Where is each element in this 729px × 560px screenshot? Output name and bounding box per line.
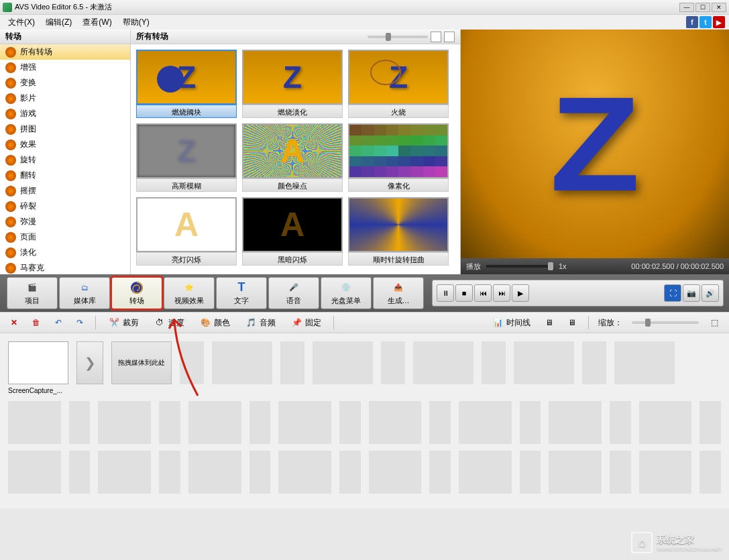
pin-icon: 📌	[290, 317, 302, 328]
menu-help[interactable]: 帮助(Y)	[119, 15, 154, 30]
thumb-label: 高斯模糊	[136, 178, 237, 192]
timeline-view-button[interactable]: 📊时间线	[489, 316, 533, 330]
scissors-icon: ✂️	[108, 317, 120, 328]
placeholder	[280, 341, 304, 384]
placeholder	[278, 401, 331, 444]
minimize-button[interactable]: —	[679, 3, 694, 12]
tab-disc[interactable]: 💿 光盘菜单	[321, 277, 372, 309]
maximize-button[interactable]: ☐	[695, 3, 710, 12]
category-item[interactable]: 马赛克	[0, 260, 130, 274]
zoom-fit-button[interactable]: ⬚	[708, 317, 721, 329]
undo-button[interactable]: ↶	[52, 317, 64, 329]
placeholder	[180, 341, 204, 384]
placeholder	[429, 401, 451, 444]
thumb-label: 燃烧淡化	[242, 105, 343, 118]
category-item[interactable]: 拼图	[0, 121, 130, 137]
audio-button[interactable]: 🎵音频	[242, 316, 278, 330]
close-button[interactable]: ✕	[712, 3, 726, 12]
category-item[interactable]: 所有转场	[0, 44, 130, 60]
view-thumbnails-button[interactable]	[431, 32, 441, 42]
speed-button[interactable]: ⏱速度	[151, 316, 187, 330]
tab-library[interactable]: 🗂 媒体库	[59, 277, 110, 309]
transition-thumb[interactable]: A颜色噪点	[242, 123, 343, 192]
category-item[interactable]: 变换	[0, 75, 130, 91]
prev-button[interactable]: ⏮	[474, 284, 492, 302]
folder-icon	[5, 78, 16, 89]
thumb-label: 燃烧阈块	[136, 105, 237, 118]
tab-effects[interactable]: ⭐ 视频效果	[164, 277, 215, 309]
category-item[interactable]: 旋转	[0, 152, 130, 168]
category-item[interactable]: 页面	[0, 229, 130, 245]
transition-thumb[interactable]: Z高斯模糊	[136, 123, 237, 192]
transition-thumb[interactable]: Z燃烧淡化	[242, 50, 343, 118]
next-button[interactable]: ⏭	[493, 284, 510, 302]
placeholder	[69, 401, 91, 444]
fullscreen-button[interactable]: ⛶	[664, 284, 681, 302]
view-mode-1[interactable]: 🖥	[543, 317, 556, 329]
category-item[interactable]: 淡化	[0, 245, 130, 260]
transition-thumb[interactable]: 顺时针旋转扭曲	[348, 197, 449, 266]
storyboard[interactable]: ScreenCapture_... ❯ 拖拽媒体到此处	[0, 333, 729, 508]
lock-button[interactable]: 📌固定	[288, 316, 324, 330]
thumb-label: 火烧	[348, 105, 449, 118]
tab-produce[interactable]: 📤 生成…	[373, 277, 424, 309]
placeholder	[699, 451, 721, 494]
tab-text[interactable]: T 文字	[216, 277, 267, 309]
clip-thumbnail[interactable]	[8, 341, 68, 384]
play-button[interactable]: ▶	[512, 284, 529, 302]
menu-file[interactable]: 文件(X)	[4, 15, 39, 30]
transition-browser: 所有转场 Z燃烧阈块Z燃烧淡化Z火烧Z高斯模糊A颜色噪点像素化A亮灯闪烁A黑暗闪…	[131, 30, 461, 274]
pause-button[interactable]: ⏸	[437, 284, 454, 302]
placeholder	[413, 341, 473, 384]
placeholder	[159, 401, 180, 444]
snapshot-button[interactable]: 📷	[683, 284, 700, 302]
view-mode-2[interactable]: 🖥	[565, 317, 579, 329]
placeholder	[159, 451, 180, 494]
category-item[interactable]: 摇摆	[0, 183, 130, 199]
transition-thumb[interactable]: Z火烧	[348, 50, 449, 118]
category-item[interactable]: 效果	[0, 137, 130, 152]
youtube-icon[interactable]: ▶	[713, 16, 725, 28]
stop-button[interactable]: ■	[455, 284, 473, 302]
color-button[interactable]: 🎨颜色	[197, 316, 233, 330]
zoom-slider[interactable]	[632, 321, 699, 324]
placeholder	[249, 451, 271, 494]
delete-all-button[interactable]: 🗑	[30, 317, 43, 329]
category-label: 淡化	[20, 247, 36, 258]
twitter-icon[interactable]: t	[699, 16, 712, 28]
category-item[interactable]: 游戏	[0, 106, 130, 121]
transition-thumb[interactable]: Z燃烧阈块	[136, 50, 237, 118]
transition-thumb[interactable]: A黑暗闪烁	[242, 197, 343, 266]
tab-project[interactable]: 🎬 项目	[7, 277, 58, 309]
playback-speed: 1x	[559, 262, 567, 270]
placeholder	[582, 341, 606, 384]
view-list-button[interactable]	[444, 32, 455, 42]
category-item[interactable]: 弥漫	[0, 214, 130, 229]
facebook-icon[interactable]: f	[686, 16, 698, 28]
category-list[interactable]: 所有转场增强变换影片游戏拼图效果旋转翻转摇摆碎裂弥漫页面淡化马赛克	[0, 44, 130, 274]
speed-slider[interactable]	[486, 265, 553, 268]
category-item[interactable]: 翻转	[0, 168, 130, 183]
transition-slot[interactable]: ❯	[76, 341, 103, 384]
category-label: 翻转	[20, 170, 36, 181]
volume-button[interactable]: 🔊	[702, 284, 719, 302]
category-item[interactable]: 影片	[0, 91, 130, 106]
tab-transitions[interactable]: 转场	[111, 277, 162, 309]
crop-button[interactable]: ✂️裁剪	[105, 316, 142, 330]
transition-grid[interactable]: Z燃烧阈块Z燃烧淡化Z火烧Z高斯模糊A颜色噪点像素化A亮灯闪烁A黑暗闪烁顺时针旋…	[131, 44, 460, 274]
menu-view[interactable]: 查看(W)	[78, 15, 115, 30]
thumb-size-slider[interactable]	[368, 36, 428, 38]
titlebar: AVS Video Editor 6.5 - 未激活 — ☐ ✕	[0, 0, 729, 15]
drop-zone[interactable]: 拖拽媒体到此处	[111, 341, 172, 384]
redo-button[interactable]: ↷	[74, 317, 86, 329]
folder-icon	[5, 139, 16, 150]
delete-button[interactable]: ✕	[8, 317, 20, 329]
category-item[interactable]: 碎裂	[0, 199, 130, 214]
tab-voice[interactable]: 🎤 语音	[268, 277, 319, 309]
transition-thumb[interactable]: 像素化	[348, 123, 449, 192]
category-item[interactable]: 增强	[0, 60, 130, 75]
placeholder	[482, 341, 506, 384]
preview-video[interactable]: Z	[461, 30, 729, 258]
menu-edit[interactable]: 编辑(Z)	[42, 15, 76, 30]
transition-thumb[interactable]: A亮灯闪烁	[136, 197, 237, 266]
